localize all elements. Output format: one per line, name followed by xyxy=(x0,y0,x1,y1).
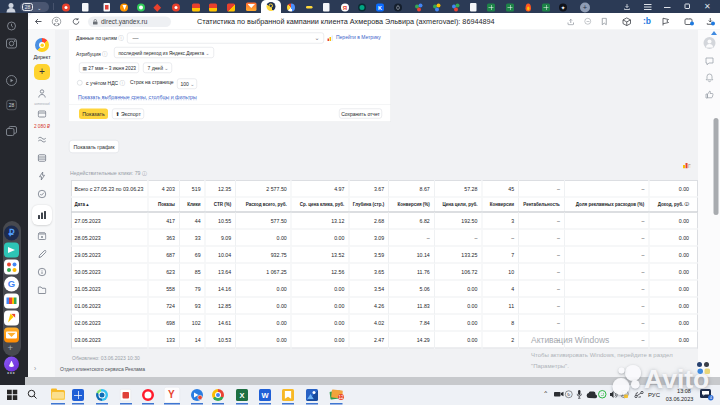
svg-text:П: П xyxy=(688,163,691,169)
